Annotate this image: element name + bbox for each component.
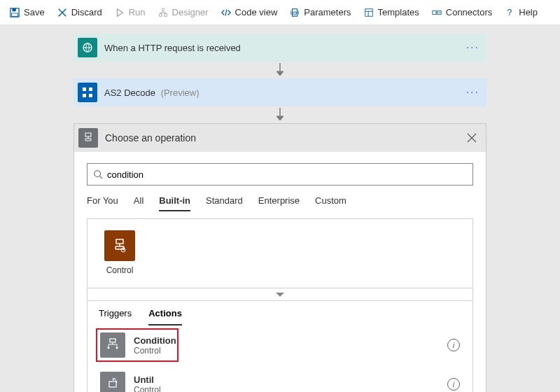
- svg-rect-17: [85, 133, 91, 136]
- svg-rect-22: [109, 382, 116, 387]
- until-icon: [100, 372, 125, 392]
- tab-builtin[interactable]: Built-in: [159, 195, 190, 211]
- designer-icon: [158, 8, 168, 18]
- panel-body: For You All Built-in Standard Enterprise…: [74, 152, 486, 392]
- svg-point-3: [162, 8, 164, 10]
- svg-text:@: @: [293, 10, 298, 15]
- connector-box: Control Triggers Actions: [87, 218, 473, 392]
- svg-rect-19: [116, 239, 123, 244]
- tab-enterprise[interactable]: Enterprise: [258, 195, 300, 211]
- designer-button[interactable]: Designer: [153, 4, 214, 20]
- step-as2-more-button[interactable]: ···: [466, 86, 479, 99]
- run-button[interactable]: Run: [109, 4, 151, 20]
- parameters-button[interactable]: @ Parameters: [284, 4, 356, 20]
- designer-canvas[interactable]: When a HTTP request is received ··· AS2 …: [0, 25, 560, 392]
- help-button[interactable]: ? Help: [499, 4, 543, 20]
- discard-button[interactable]: Discard: [52, 4, 108, 20]
- step-as2-preview: (Preview): [161, 88, 200, 98]
- parameters-label: Parameters: [304, 7, 351, 18]
- codeview-label: Code view: [235, 7, 278, 18]
- connector-grid: Control: [88, 219, 472, 288]
- search-icon: [93, 169, 103, 179]
- control-tile-icon: [104, 230, 135, 261]
- step-as2-card[interactable]: AS2 Decode (Preview) ···: [74, 78, 486, 106]
- parameters-icon: @: [290, 8, 300, 18]
- tab-actions[interactable]: Actions: [148, 308, 182, 326]
- step-as2-title: AS2 Decode (Preview): [104, 88, 200, 98]
- step-as2-name: AS2 Decode: [104, 88, 155, 98]
- choose-operation-panel: Choose an operation For You All Built-in…: [74, 123, 486, 392]
- action-condition-connector: Control: [134, 346, 176, 356]
- panel-header: Choose an operation: [74, 124, 486, 152]
- tab-all[interactable]: All: [134, 195, 144, 211]
- help-label: Help: [519, 7, 538, 18]
- action-condition-text: Condition Control: [134, 335, 176, 356]
- flow-arrow-1: [74, 62, 486, 78]
- connectors-button[interactable]: Connectors: [426, 4, 498, 20]
- run-label: Run: [129, 7, 146, 18]
- discard-label: Discard: [71, 7, 102, 18]
- save-label: Save: [24, 7, 45, 18]
- connector-control[interactable]: Control: [99, 230, 141, 275]
- action-until[interactable]: Until Control i: [88, 365, 472, 392]
- tab-foryou[interactable]: For You: [87, 195, 118, 211]
- svg-text:?: ?: [507, 8, 512, 18]
- save-button[interactable]: Save: [4, 4, 50, 20]
- trigger-more-button[interactable]: ···: [466, 41, 479, 54]
- svg-rect-5: [164, 13, 167, 16]
- expand-connectors-button[interactable]: [88, 288, 472, 300]
- chevron-down-icon: [275, 291, 285, 298]
- templates-button[interactable]: Templates: [358, 4, 425, 20]
- action-until-connector: Control: [134, 385, 161, 393]
- toolbar: Save Discard Run Designer Code view @ Pa…: [0, 0, 560, 25]
- connectors-icon: [432, 8, 442, 18]
- svg-rect-13: [83, 88, 86, 91]
- svg-rect-16: [89, 94, 92, 97]
- help-icon: ?: [505, 8, 514, 18]
- action-condition[interactable]: Condition Control i: [88, 326, 472, 365]
- action-until-info-button[interactable]: i: [447, 378, 460, 391]
- codeview-icon: [221, 8, 231, 18]
- search-input[interactable]: [107, 169, 467, 180]
- category-tabs: For You All Built-in Standard Enterprise…: [87, 186, 473, 218]
- flow-arrow-2: [74, 106, 486, 123]
- svg-rect-1: [13, 8, 16, 10]
- tab-triggers[interactable]: Triggers: [99, 308, 132, 326]
- trigger-card[interactable]: When a HTTP request is received ···: [74, 34, 486, 62]
- search-box[interactable]: [87, 163, 473, 186]
- http-icon: [78, 38, 97, 57]
- svg-point-18: [94, 171, 101, 177]
- action-condition-name: Condition: [134, 335, 176, 346]
- tab-custom[interactable]: Custom: [315, 195, 346, 211]
- action-condition-info-button[interactable]: i: [447, 339, 460, 351]
- panel-title: Choose an operation: [105, 132, 196, 144]
- templates-icon: [364, 8, 374, 18]
- operation-icon: [78, 128, 98, 148]
- save-icon: [10, 8, 20, 18]
- svg-rect-9: [433, 10, 436, 14]
- action-until-name: Until: [134, 374, 161, 385]
- trigger-title: When a HTTP request is received: [104, 43, 241, 53]
- connectors-label: Connectors: [446, 7, 492, 18]
- action-list: Condition Control i Until Control: [88, 326, 472, 392]
- connector-control-label: Control: [106, 265, 134, 275]
- discard-icon: [57, 8, 67, 18]
- svg-rect-14: [89, 88, 92, 91]
- svg-rect-2: [12, 13, 18, 15]
- templates-label: Templates: [378, 7, 419, 18]
- trigger-action-tabs: Triggers Actions: [88, 300, 472, 326]
- tab-standard[interactable]: Standard: [206, 195, 243, 211]
- condition-icon: [100, 332, 125, 358]
- as2-icon: [78, 83, 97, 102]
- svg-rect-8: [365, 8, 372, 16]
- svg-rect-21: [110, 339, 115, 342]
- action-until-text: Until Control: [134, 374, 161, 393]
- svg-rect-4: [159, 13, 162, 16]
- svg-rect-15: [83, 94, 86, 97]
- designer-label: Designer: [172, 7, 209, 18]
- flow-column: When a HTTP request is received ··· AS2 …: [74, 34, 486, 392]
- run-icon: [115, 8, 125, 18]
- codeview-button[interactable]: Code view: [216, 4, 284, 20]
- panel-close-button[interactable]: [462, 128, 482, 148]
